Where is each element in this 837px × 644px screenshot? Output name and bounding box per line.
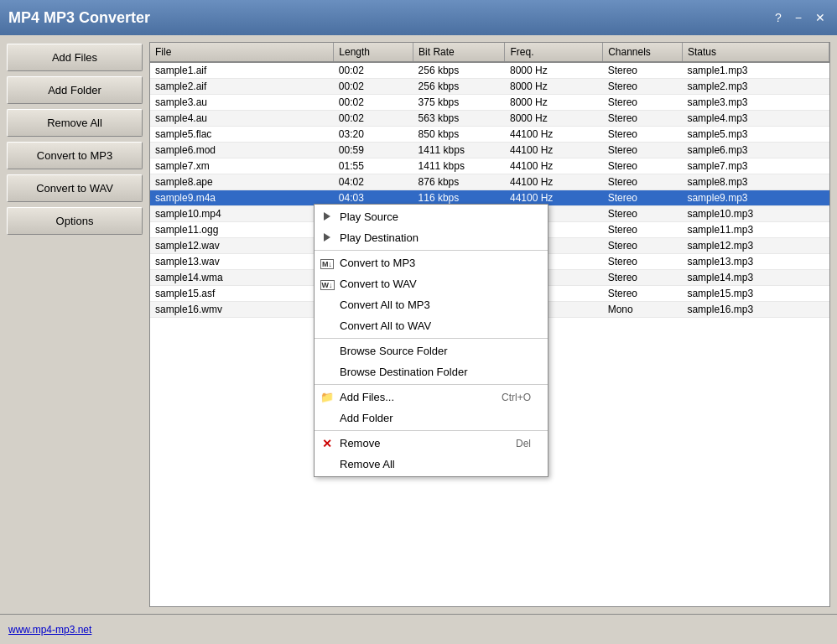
cell-file: sample10.mp4 [150, 206, 334, 222]
ctx-item-browse-dest[interactable]: Browse Destination Folder [315, 361, 548, 382]
cell-channels: Stereo [603, 254, 683, 270]
table-row[interactable]: sample5.flac03:20850 kbps44100 HzStereos… [150, 127, 829, 143]
ctx-icon-add-files: 📁 [320, 391, 335, 403]
cell-length: 00:02 [334, 111, 413, 127]
context-menu-separator [315, 384, 548, 385]
cell-channels: Stereo [603, 174, 683, 190]
col-header-length: Length [334, 43, 413, 62]
cell-length: 00:59 [334, 143, 413, 158]
cell-bitrate: 1411 kbps [413, 143, 505, 158]
ctx-icon-remove: ✕ [320, 437, 335, 450]
cell-length: 01:55 [334, 158, 413, 174]
add-files-button[interactable]: Add Files [7, 44, 143, 71]
cell-bitrate: 256 kbps [413, 62, 505, 79]
convert-mp3-button[interactable]: Convert to MP3 [7, 142, 143, 169]
add-folder-button[interactable]: Add Folder [7, 76, 143, 104]
cell-length: 00:02 [334, 79, 413, 95]
ctx-label-browse-source: Browse Source Folder [340, 345, 448, 357]
cell-status: sample8.mp3 [682, 174, 829, 190]
table-row[interactable]: sample2.aif00:02256 kbps8000 HzStereosam… [150, 79, 829, 95]
cell-channels: Stereo [603, 79, 683, 95]
main-container: Add Files Add Folder Remove All Convert … [0, 35, 837, 614]
cell-channels: Stereo [603, 127, 683, 143]
ctx-item-remove-all[interactable]: Remove All [315, 454, 548, 475]
ctx-label-browse-dest: Browse Destination Folder [340, 366, 467, 378]
cell-file: sample6.mod [150, 143, 334, 158]
ctx-item-convert-mp3[interactable]: M↓Convert to MP3 [315, 252, 548, 273]
ctx-item-browse-source[interactable]: Browse Source Folder [315, 340, 548, 361]
cell-bitrate: 1411 kbps [413, 158, 505, 174]
help-button[interactable]: ? [772, 11, 785, 24]
cell-file: sample16.wmv [150, 302, 334, 318]
ctx-label-play-source: Play Source [340, 210, 398, 223]
minimize-button[interactable]: − [792, 11, 805, 24]
cell-bitrate: 850 kbps [413, 127, 505, 143]
cell-file: sample8.ape [150, 174, 334, 190]
website-link[interactable]: www.mp4-mp3.net [8, 624, 91, 636]
table-row[interactable]: sample1.aif00:02256 kbps8000 HzStereosam… [150, 62, 829, 79]
cell-length: 04:02 [334, 174, 413, 190]
table-row[interactable]: sample7.xm01:551411 kbps44100 HzStereosa… [150, 158, 829, 174]
close-button[interactable]: ✕ [812, 11, 829, 24]
cell-freq: 44100 Hz [505, 127, 603, 143]
context-menu: Play SourcePlay DestinationM↓Convert to … [314, 204, 548, 477]
ctx-label-play-destination: Play Destination [340, 231, 418, 244]
ctx-label-add-folder: Add Folder [340, 412, 393, 424]
cell-channels: Stereo [603, 222, 683, 238]
col-header-bitrate: Bit Rate [413, 43, 505, 62]
cell-freq: 8000 Hz [505, 95, 603, 111]
ctx-item-convert-all-wav[interactable]: Convert All to WAV [315, 315, 548, 336]
table-row[interactable]: sample6.mod00:591411 kbps44100 HzStereos… [150, 143, 829, 158]
cell-file: sample4.au [150, 111, 334, 127]
cell-status: sample7.mp3 [682, 158, 829, 174]
cell-freq: 8000 Hz [505, 111, 603, 127]
cell-file: sample2.aif [150, 79, 334, 95]
cell-status: sample12.mp3 [682, 238, 829, 254]
cell-status: sample14.mp3 [682, 270, 829, 286]
options-button[interactable]: Options [7, 207, 143, 235]
cell-channels: Stereo [603, 286, 683, 302]
col-header-status: Status [682, 43, 829, 62]
col-header-file: File [150, 43, 334, 62]
cell-file: sample5.flac [150, 127, 334, 143]
ctx-icon-play-source [320, 212, 335, 222]
app-title: MP4 MP3 Converter [8, 9, 150, 27]
convert-wav-button[interactable]: Convert to WAV [7, 174, 143, 202]
cell-channels: Stereo [603, 158, 683, 174]
cell-status: sample2.mp3 [682, 79, 829, 95]
ctx-item-remove[interactable]: ✕RemoveDel [315, 433, 548, 454]
cell-file: sample12.wav [150, 238, 334, 254]
cell-freq: 8000 Hz [505, 79, 603, 95]
ctx-item-add-folder[interactable]: Add Folder [315, 408, 548, 428]
cell-status: sample9.mp3 [682, 190, 829, 206]
cell-channels: Stereo [603, 190, 683, 206]
ctx-item-convert-all-mp3[interactable]: Convert All to MP3 [315, 294, 548, 315]
table-row[interactable]: sample3.au00:02375 kbps8000 HzStereosamp… [150, 95, 829, 111]
ctx-icon-play-destination [320, 233, 335, 243]
ctx-item-convert-wav[interactable]: W↓Convert to WAV [315, 273, 548, 294]
cell-bitrate: 563 kbps [413, 111, 505, 127]
ctx-item-add-files[interactable]: 📁Add Files...Ctrl+O [315, 387, 548, 408]
cell-channels: Stereo [603, 62, 683, 79]
cell-status: sample1.mp3 [682, 62, 829, 79]
remove-all-button[interactable]: Remove All [7, 109, 143, 137]
cell-status: sample5.mp3 [682, 127, 829, 143]
table-row[interactable]: sample4.au00:02563 kbps8000 HzStereosamp… [150, 111, 829, 127]
cell-file: sample14.wma [150, 270, 334, 286]
table-row[interactable]: sample8.ape04:02876 kbps44100 HzStereosa… [150, 174, 829, 190]
cell-freq: 44100 Hz [505, 174, 603, 190]
sidebar: Add Files Add Folder Remove All Convert … [0, 35, 149, 614]
cell-channels: Stereo [603, 238, 683, 254]
content-area: File Length Bit Rate Freq. Channels Stat… [149, 42, 830, 607]
cell-freq: 44100 Hz [505, 143, 603, 158]
cell-channels: Stereo [603, 270, 683, 286]
cell-channels: Stereo [603, 143, 683, 158]
ctx-item-play-source[interactable]: Play Source [315, 206, 548, 227]
cell-status: sample6.mp3 [682, 143, 829, 158]
ctx-item-play-destination[interactable]: Play Destination [315, 227, 548, 248]
status-bar: www.mp4-mp3.net [0, 614, 837, 644]
cell-channels: Stereo [603, 95, 683, 111]
cell-length: 00:02 [334, 95, 413, 111]
cell-status: sample4.mp3 [682, 111, 829, 127]
cell-status: sample15.mp3 [682, 286, 829, 302]
